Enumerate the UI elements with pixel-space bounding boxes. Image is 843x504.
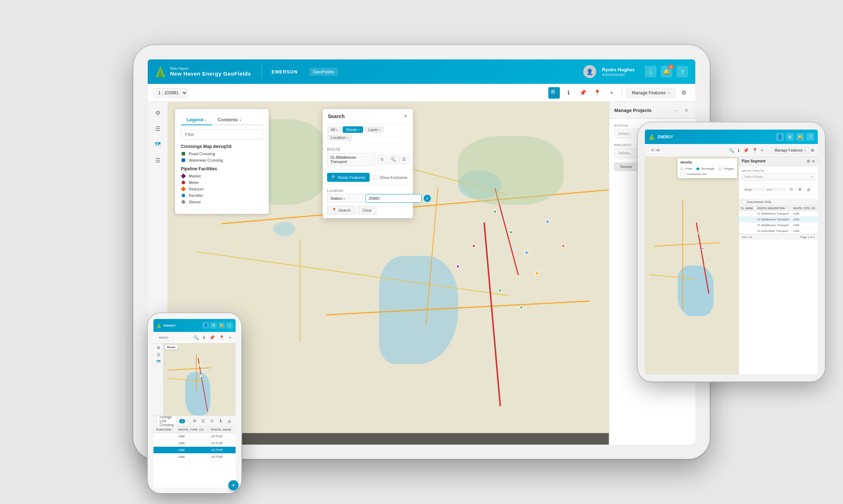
rt-main: Identify Point Rectangle Polygon Continu…: [645, 157, 818, 374]
phone-add-record-button[interactable]: +: [228, 480, 236, 487]
sidebar-settings-icon[interactable]: ⚙: [151, 106, 164, 119]
legend-filter-input[interactable]: [181, 130, 263, 140]
pin-tool-button[interactable]: 📌: [577, 87, 589, 99]
phone-pushpin-tool[interactable]: 📍: [218, 334, 226, 341]
phone-screen: ENERGY 👤 ⚙ 🔔 ? 86820 ▾ 🔍 ℹ 📌: [153, 319, 236, 487]
station-type-select[interactable]: Station: [327, 194, 363, 203]
rt-settings-icon[interactable]: ⚙: [786, 133, 794, 141]
phone-sidebar-map[interactable]: 🗺: [156, 359, 160, 364]
phone-pin-tool[interactable]: 📌: [208, 334, 216, 341]
phone-table-icon2[interactable]: ☰: [200, 418, 207, 425]
filter-location-chip[interactable]: Location: [327, 134, 352, 141]
minimize-button[interactable]: –: [672, 106, 680, 114]
sidebar-layers-icon[interactable]: ☰: [151, 122, 164, 135]
phone-add-tool[interactable]: +: [227, 334, 233, 341]
legend-tab-contents[interactable]: Contents: [212, 115, 246, 125]
phone-info-tool[interactable]: ℹ: [202, 334, 206, 341]
info-tool-button[interactable]: ℹ: [563, 87, 574, 99]
search-tool-button[interactable]: 🔍: [548, 87, 560, 99]
crossings-title: Crossings Map devsql16: [181, 144, 263, 149]
phone-sidebar-layers[interactable]: ☰: [157, 352, 160, 357]
route-features-button[interactable]: 🔍 Route Features: [327, 173, 370, 182]
sidebar-list-icon[interactable]: ☰: [151, 154, 164, 167]
map-pin-orange-1: [535, 271, 539, 275]
terrain-2: [458, 136, 563, 204]
rt-point-radio[interactable]: [681, 167, 683, 170]
search-actions: 📍 Search Clear: [327, 206, 409, 215]
search-close-button[interactable]: ✕: [403, 113, 408, 120]
filter-route-chip[interactable]: Route ▾: [343, 126, 363, 133]
search-location-section: Location Station i: [323, 185, 413, 218]
rt-panel-settings-icon[interactable]: ⚙: [807, 159, 810, 164]
rt-manage-features-button[interactable]: Manage Features ▾: [771, 147, 809, 154]
phone-help-icon[interactable]: ?: [226, 322, 233, 329]
rt-user-icon[interactable]: 👤: [776, 133, 784, 141]
show-exclusive-checkbox[interactable]: [373, 175, 378, 180]
phone-print-icon[interactable]: 🖨: [226, 418, 233, 425]
rt-pushpin-button[interactable]: 📍: [751, 147, 758, 154]
phone-download-icon[interactable]: ⬇: [217, 418, 224, 425]
phone-table-type-select[interactable]: Foreign Line Crossing: [157, 415, 176, 428]
rt-route-select[interactable]: Select Route ▾: [742, 173, 815, 180]
phone-search-tool[interactable]: 🔍: [192, 334, 200, 341]
show-exclusive-label[interactable]: Show Exclusive: [373, 175, 407, 180]
rt-help-icon[interactable]: ?: [806, 133, 814, 141]
rt-polygon-radio[interactable]: [719, 167, 722, 170]
phone-col-type: ROUTE_TYPE_CO: [175, 427, 208, 433]
filter-all-chip[interactable]: All: [327, 126, 341, 133]
rt-grid-button[interactable]: ⊞: [811, 148, 814, 153]
notification-button[interactable]: 🔔 1: [661, 66, 672, 77]
search-panel-header: Search ✕: [323, 109, 413, 123]
close-projects-button[interactable]: ✕: [682, 106, 690, 114]
route-chevron-icon: ▾: [358, 128, 360, 131]
rt-download-button[interactable]: ⬇: [796, 186, 803, 193]
phone-data-table: FUNCTION ROUTE_TYPE_CO ROUTE_DIVISI UNK …: [153, 427, 236, 460]
rt-info-button[interactable]: ℹ: [737, 147, 740, 154]
rt-logo-text: ENERGY: [658, 135, 673, 139]
sidebar-map-icon[interactable]: 🗺: [151, 138, 164, 151]
manage-icon-button[interactable]: ⚙: [678, 87, 690, 99]
station-info-button[interactable]: i: [424, 195, 431, 202]
phone-refresh-icon[interactable]: ↻: [208, 418, 215, 425]
rt-refresh-button[interactable]: ↻: [788, 186, 795, 193]
phone-map[interactable]: Route: [164, 343, 236, 415]
docs-only-checkbox[interactable]: [742, 200, 746, 204]
rt-manage-chevron-icon: ▾: [804, 149, 806, 152]
rt-add-button[interactable]: +: [761, 147, 764, 154]
route-refresh-button[interactable]: ↻: [378, 155, 387, 164]
route-list-button[interactable]: ☰: [399, 155, 409, 164]
continuous-use-checkbox[interactable]: [681, 172, 685, 176]
clear-button[interactable]: Clear: [358, 206, 376, 215]
phone-sidebar-settings[interactable]: ⚙: [157, 346, 160, 350]
phone-settings-icon[interactable]: ⚙: [210, 322, 217, 329]
rt-begin-input[interactable]: [753, 188, 766, 190]
add-tool-button[interactable]: +: [606, 87, 617, 99]
route-select[interactable]: 01-Middletown Transport: [327, 153, 375, 166]
map-container[interactable]: Legend Contents Crossings Map de: [168, 102, 695, 445]
phone-scale-select[interactable]: 86820 ▾: [156, 335, 173, 341]
phone-notification-icon[interactable]: 🔔: [218, 322, 225, 329]
manage-projects-icons: – ✕: [672, 106, 690, 114]
phone-user-icon[interactable]: 👤: [202, 322, 209, 329]
rt-end-input[interactable]: [773, 188, 786, 190]
right-tablet-screen: ENERGY 👤 ⚙ 🔔 ? 47:45 🔍 ℹ 📌 📍 +: [645, 130, 818, 374]
rt-print-button[interactable]: 🖨: [805, 186, 812, 193]
search-action-button[interactable]: 📍 Search: [327, 206, 356, 215]
rt-rectangle-radio[interactable]: [696, 167, 699, 170]
rt-pin-button[interactable]: 📌: [742, 147, 749, 154]
help-button[interactable]: ?: [677, 66, 688, 77]
rt-search-button[interactable]: 🔍: [728, 147, 735, 154]
station-value-input[interactable]: [365, 194, 422, 203]
rt-notification-icon[interactable]: 🔔: [796, 133, 804, 141]
home-button[interactable]: ⌂: [645, 66, 656, 77]
phone-filter-icon[interactable]: ⚙: [191, 418, 198, 425]
route-search-button[interactable]: 🔍: [388, 155, 398, 164]
rt-panel-close-icon[interactable]: ✕: [812, 159, 815, 164]
filter-layer-chip[interactable]: Layer: [365, 126, 384, 133]
manage-features-button[interactable]: Manage Features: [626, 88, 675, 98]
scale-select[interactable]: 1 : 103991: [153, 88, 188, 98]
pushpin-tool-button[interactable]: 📍: [592, 87, 603, 99]
rt-map[interactable]: Identify Point Rectangle Polygon Continu…: [645, 157, 739, 374]
legend-tab-legend[interactable]: Legend: [181, 115, 212, 125]
review-button[interactable]: Review: [614, 163, 638, 171]
